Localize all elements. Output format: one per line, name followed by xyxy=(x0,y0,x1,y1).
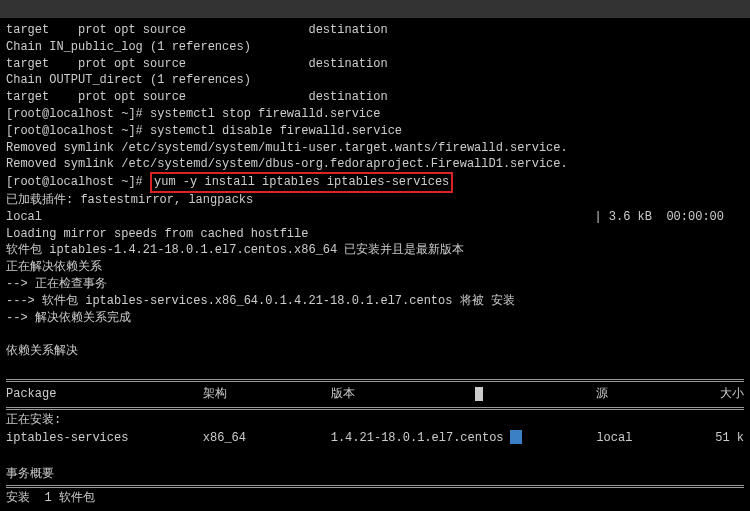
output-line: target prot opt source destination xyxy=(6,89,744,106)
col-arch: 架构 xyxy=(203,386,331,403)
cell-version: 1.4.21-18.0.1.el7.centos xyxy=(331,430,597,447)
output-line: target prot opt source destination xyxy=(6,56,744,73)
output-line xyxy=(6,326,744,343)
cell-package: iptables-services xyxy=(6,430,203,447)
output-line: Chain IN_public_log (1 references) xyxy=(6,39,744,56)
cell-size: 51 k xyxy=(695,430,744,447)
window-title-bar xyxy=(0,0,750,18)
prompt-line: [root@localhost ~]# yum -y install iptab… xyxy=(6,173,744,192)
output-line: 软件包 iptables-1.4.21-18.0.1.el7.centos.x8… xyxy=(6,242,744,259)
section-label: 事务概要 xyxy=(6,466,744,483)
output-line: local| 3.6 kB 00:00:00 xyxy=(6,209,744,226)
output-line: [root@localhost ~]# systemctl stop firew… xyxy=(6,106,744,123)
output-line: [root@localhost ~]# systemctl disable fi… xyxy=(6,123,744,140)
cell-arch: x86_64 xyxy=(203,430,331,447)
output-line: 正在解决依赖关系 xyxy=(6,259,744,276)
output-line: --> 正在检查事务 xyxy=(6,276,744,293)
output-line: 已加载插件: fastestmirror, langpacks xyxy=(6,192,744,209)
repo-name: local xyxy=(6,210,42,224)
highlighted-command: yum -y install iptables iptables-service… xyxy=(150,172,453,193)
text-cursor xyxy=(475,387,483,401)
output-line xyxy=(6,360,744,377)
download-info: | 3.6 kB 00:00:00 xyxy=(594,209,724,226)
output-line: ---> 软件包 iptables-services.x86_64.0.1.4.… xyxy=(6,293,744,310)
output-line: 安装 1 软件包 xyxy=(6,490,744,507)
output-line: target prot opt source destination xyxy=(6,22,744,39)
table-separator xyxy=(6,485,744,488)
output-line: 依赖关系解决 xyxy=(6,343,744,360)
table-separator xyxy=(6,407,744,410)
output-line: Removed symlink /etc/systemd/system/mult… xyxy=(6,140,744,157)
output-line xyxy=(6,507,744,511)
table-separator xyxy=(6,379,744,382)
col-size: 大小 xyxy=(695,386,744,403)
selection-cursor xyxy=(510,430,522,444)
cell-repo: local xyxy=(596,430,694,447)
table-row: iptables-services x86_64 1.4.21-18.0.1.e… xyxy=(6,428,744,449)
col-package: Package xyxy=(6,386,203,403)
output-line: Loading mirror speeds from cached hostfi… xyxy=(6,226,744,243)
prompt-prefix: [root@localhost ~]# xyxy=(6,175,150,189)
col-repo: 源 xyxy=(596,386,694,403)
col-version: 版本 xyxy=(331,386,597,403)
section-label: 正在安装: xyxy=(6,412,744,429)
terminal-output: target prot opt source destination Chain… xyxy=(6,22,744,511)
output-line: --> 解决依赖关系完成 xyxy=(6,310,744,327)
output-line xyxy=(6,449,744,466)
output-line: Chain OUTPUT_direct (1 references) xyxy=(6,72,744,89)
table-header: Package 架构 版本 源 大小 xyxy=(6,384,744,405)
output-line: Removed symlink /etc/systemd/system/dbus… xyxy=(6,156,744,173)
